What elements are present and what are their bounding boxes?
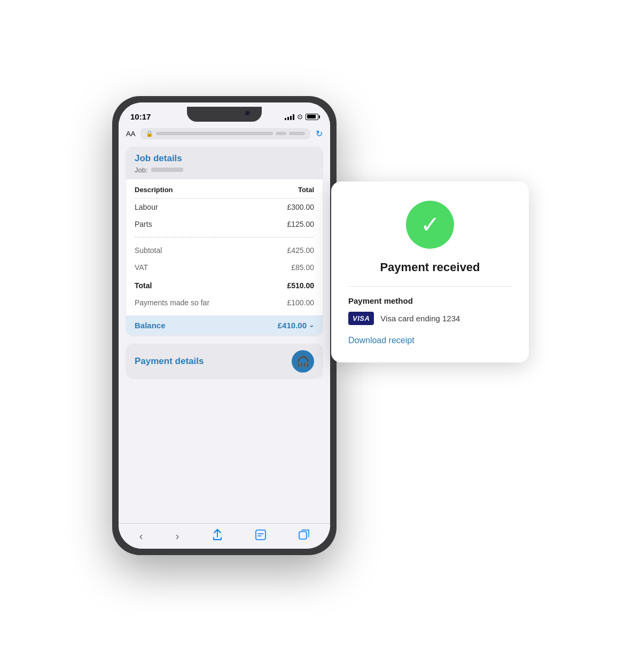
balance-row[interactable]: Balance £410.00 ⌄ — [126, 315, 323, 335]
vat-row: VAT £85.00 — [135, 259, 314, 276]
forward-button[interactable]: › — [170, 528, 185, 544]
vat-value: £85.00 — [267, 259, 314, 276]
phone-shell: 10:17 ⊙ AA 🔒 — [112, 96, 337, 555]
page-content: Job details Job: Description Total — [119, 143, 330, 523]
payment-details-header: Payment details 🎧 — [126, 344, 323, 378]
popup-divider — [348, 286, 512, 287]
parts-label: Parts — [135, 216, 267, 233]
total-value: £510.00 — [267, 276, 314, 294]
browser-url-area[interactable]: 🔒 — [140, 128, 310, 139]
payments-label: Payments made so far — [135, 294, 267, 311]
svg-rect-0 — [256, 530, 265, 540]
url-bar-placeholder-3 — [289, 132, 305, 135]
vat-label: VAT — [135, 259, 267, 276]
download-receipt-link[interactable]: Download receipt — [348, 336, 415, 345]
dashed-divider-row — [135, 233, 314, 242]
job-details-header: Job details Job: — [126, 147, 323, 179]
bookmarks-button[interactable] — [250, 527, 271, 545]
support-fab-button[interactable]: 🎧 — [292, 350, 314, 373]
svg-rect-1 — [299, 532, 307, 539]
payment-method-label: Payment method — [348, 296, 413, 305]
balance-label: Balance — [135, 321, 166, 330]
signal-icon — [285, 114, 294, 120]
col-total: Total — [267, 186, 314, 199]
popup-title: Payment received — [380, 260, 480, 274]
front-camera — [245, 110, 250, 116]
invoice-table: Description Total Labour £300.00 — [135, 186, 314, 311]
battery-icon — [306, 114, 318, 120]
payment-method-row: VISA Visa card ending 1234 — [348, 312, 460, 325]
parts-value: £125.00 — [267, 216, 314, 233]
table-row: Parts £125.00 — [135, 216, 314, 233]
back-button[interactable]: ‹ — [134, 528, 148, 544]
phone-notch — [187, 107, 262, 122]
subtotal-row: Subtotal £425.00 — [135, 242, 314, 259]
tabs-button[interactable] — [293, 527, 315, 545]
url-bar-placeholder — [156, 132, 273, 135]
labour-label: Labour — [135, 198, 267, 216]
status-time: 10:17 — [130, 112, 151, 121]
browser-reload-button[interactable]: ↻ — [316, 129, 323, 139]
payments-row: Payments made so far £100.00 — [135, 294, 314, 311]
browser-aa-button[interactable]: AA — [126, 130, 135, 138]
subtotal-label: Subtotal — [135, 242, 267, 259]
wifi-icon: ⊙ — [297, 113, 303, 121]
share-button[interactable] — [207, 527, 228, 545]
success-circle: ✓ — [406, 201, 454, 249]
url-bar-placeholder-2 — [276, 132, 286, 135]
subtotal-value: £425.00 — [267, 242, 314, 259]
job-label: Job: — [135, 166, 148, 174]
col-description: Description — [135, 186, 267, 199]
total-row: Total £510.00 — [135, 276, 314, 294]
browser-nav: ‹ › — [119, 523, 330, 549]
lock-icon: 🔒 — [146, 130, 153, 137]
chevron-down-icon: ⌄ — [309, 321, 314, 329]
total-label: Total — [135, 276, 267, 294]
job-details-body: Description Total Labour £300.00 — [126, 179, 323, 335]
payment-details-card: Payment details 🎧 — [126, 344, 323, 378]
payments-value: £100.00 — [267, 294, 314, 311]
checkmark-icon: ✓ — [420, 213, 440, 236]
browser-bar: AA 🔒 ↻ — [119, 126, 330, 143]
job-details-sub: Job: — [135, 166, 314, 174]
balance-amount: £410.00 ⌄ — [278, 321, 314, 330]
visa-badge: VISA — [348, 312, 374, 325]
payment-popup: ✓ Payment received Payment method VISA V… — [331, 181, 529, 362]
headset-icon: 🎧 — [296, 355, 310, 368]
payment-details-title: Payment details — [135, 356, 204, 367]
labour-value: £300.00 — [267, 198, 314, 216]
job-details-title: Job details — [135, 153, 314, 164]
table-row: Labour £300.00 — [135, 198, 314, 216]
status-icons: ⊙ — [285, 113, 318, 121]
job-id-placeholder — [151, 168, 183, 172]
job-details-card: Job details Job: Description Total — [126, 147, 323, 335]
card-description: Visa card ending 1234 — [380, 314, 460, 323]
